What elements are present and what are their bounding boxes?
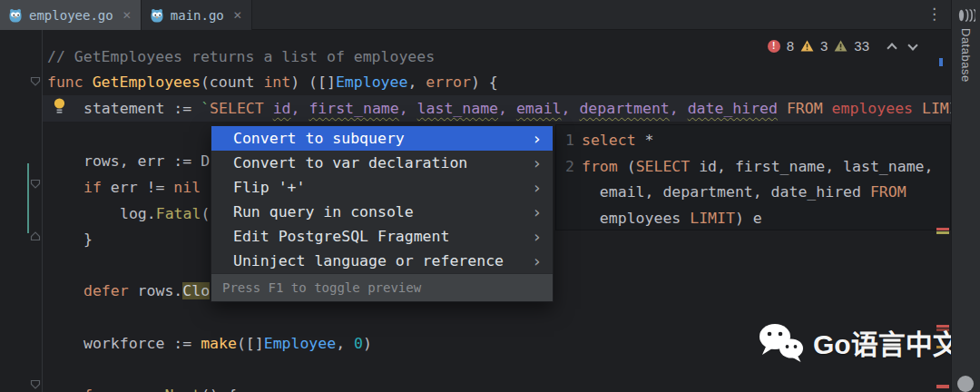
tab-label: main.go [171, 8, 224, 23]
error-stripe-mark[interactable] [936, 385, 949, 388]
menu-item-label: Flip '+' [233, 175, 305, 200]
submenu-arrow-icon: › [532, 175, 542, 200]
code-line[interactable]: } [83, 226, 93, 252]
submenu-arrow-icon: › [532, 249, 542, 273]
close-icon[interactable]: ✕ [230, 9, 242, 22]
previous-issue-icon[interactable] [887, 43, 897, 53]
submenu-arrow-icon: › [532, 224, 542, 249]
warning-count: 3 [820, 38, 828, 54]
fold-marker-icon[interactable] [30, 230, 41, 241]
error-stripe-mark[interactable] [936, 231, 949, 234]
code-line[interactable]: log.Fatal( [120, 201, 210, 227]
next-issue-icon[interactable] [907, 40, 917, 50]
go-file-icon [150, 8, 164, 23]
error-count: 8 [787, 38, 794, 54]
preview-code-line: 2from (SELECT id, first_name, last_name, [564, 153, 933, 180]
menu-item[interactable]: Convert to var declaration› [211, 151, 553, 175]
menu-item-label: Run query in console [233, 200, 414, 224]
weak-warning-icon [834, 40, 848, 52]
submenu-arrow-icon: › [532, 126, 542, 151]
code-line[interactable]: defer rows.Clo [83, 278, 210, 304]
submenu-arrow-icon: › [532, 200, 542, 224]
tab-main-go[interactable]: main.go ✕ [142, 0, 252, 30]
tab-label: employee.go [29, 8, 113, 23]
more-options-icon[interactable]: ⋮ [926, 5, 942, 24]
tool-window-bar: Database [951, 0, 980, 392]
preview-line-number: 1 [564, 127, 574, 153]
menu-item-label: Convert to subquery [233, 126, 405, 151]
menu-footer-hint: Press F1 to toggle preview [211, 273, 553, 301]
preview-code-line: email, department, date_hired FROM [564, 179, 906, 205]
error-stripe-mark[interactable] [939, 58, 943, 66]
ide-window: // GetEmployees returns a list of employ… [0, 0, 980, 392]
menu-item[interactable]: Uninject language or reference› [211, 249, 553, 273]
warning-icon [800, 40, 814, 52]
intention-bulb-icon[interactable] [52, 97, 67, 114]
error-stripe-mark[interactable] [936, 228, 949, 230]
error-icon: ! [768, 40, 780, 53]
preview-code-line: employees LIMIT) e [564, 205, 762, 230]
code-editor[interactable]: // GetEmployees returns a list of employ… [0, 0, 951, 392]
weak-warning-count: 33 [854, 38, 869, 54]
menu-item-label: Edit PostgreSQL Fragment [233, 224, 449, 249]
go-file-icon [8, 8, 23, 23]
menu-item[interactable]: Edit PostgreSQL Fragment› [211, 224, 553, 249]
gutter-divider [42, 30, 43, 392]
query-preview-panel: 1select *2from (SELECT id, first_name, l… [555, 124, 951, 230]
context-menu: Convert to subquery›Convert to var decla… [211, 125, 554, 302]
code-line[interactable]: // GetEmployees returns a list of employ… [47, 44, 435, 70]
menu-item-label: Convert to var declaration [233, 151, 467, 175]
preview-code-line: 1select * [564, 127, 653, 153]
menu-item-list: Convert to subquery›Convert to var decla… [211, 126, 553, 273]
menu-item[interactable]: Run query in console› [211, 200, 553, 224]
code-line[interactable]: workforce := make([]Employee, 0) [83, 330, 372, 357]
menu-item[interactable]: Flip '+'› [211, 175, 553, 200]
inspections-widget[interactable]: ! 8 3 33 [768, 38, 916, 54]
watermark: Go语言中文网 [757, 321, 951, 363]
watermark-text: Go语言中文网 [813, 322, 951, 362]
preview-line-number: 2 [564, 153, 574, 180]
fold-marker-icon[interactable] [30, 76, 41, 87]
database-icon[interactable] [957, 8, 975, 23]
database-tool-button[interactable]: Database [959, 28, 973, 83]
tab-employee-go[interactable]: employee.go ✕ [0, 0, 142, 30]
fold-marker-icon[interactable] [30, 379, 41, 390]
fold-marker-icon[interactable] [30, 179, 41, 190]
submenu-arrow-icon: › [532, 151, 542, 175]
code-line[interactable]: func GetEmployees(count int) ([]Employee… [47, 69, 498, 95]
code-line[interactable]: for rows.Next() { [83, 382, 237, 392]
code-line[interactable]: if err != nil [83, 174, 201, 201]
close-icon[interactable]: ✕ [120, 9, 132, 22]
editor-tab-bar: employee.go ✕ main.go ✕ ⋮ [0, 0, 951, 30]
code-line[interactable]: statement := `SELECT id, first_name, las… [83, 95, 951, 122]
menu-item-label: Uninject language or reference [233, 249, 504, 273]
wechat-icon [757, 321, 806, 363]
scrollbar-thumb[interactable] [957, 376, 974, 392]
menu-item[interactable]: Convert to subquery› [211, 126, 553, 151]
code-line[interactable]: rows, err := D [83, 148, 210, 174]
vcs-change-marker[interactable] [27, 163, 29, 233]
